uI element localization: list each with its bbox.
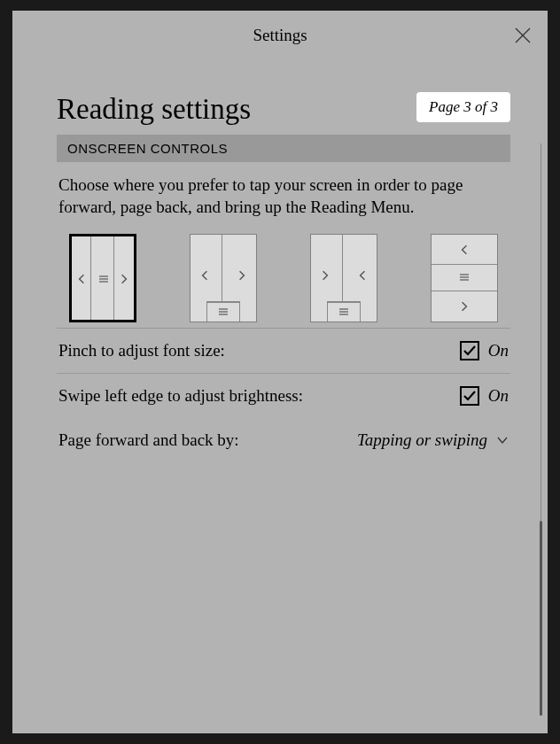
setting-swipe: Swipe left edge to adjust brightness: On [57,373,510,418]
layout-options [57,234,510,322]
menu-icon [459,272,470,283]
chevron-left-icon [76,274,87,284]
close-button[interactable] [514,27,532,44]
menu-icon [338,306,349,317]
chevron-left-icon [357,270,368,281]
toggle-swipe[interactable]: On [460,386,509,406]
chevron-down-icon [496,434,509,446]
layout-option-2[interactable] [190,234,257,322]
menu-icon [218,306,229,317]
toggle-pinch[interactable]: On [460,341,509,360]
scrollbar-thumb[interactable] [540,521,542,716]
layout-option-3[interactable] [310,234,377,322]
checkbox-icon [460,341,479,360]
chevron-right-icon [459,301,470,312]
toggle-state: On [488,386,509,406]
page-title: Reading settings [57,93,251,126]
scrollbar[interactable] [540,143,542,716]
page-forward-select[interactable]: Tapping or swiping [357,430,509,450]
modal-title: Settings [253,26,307,45]
select-value: Tapping or swiping [357,430,487,450]
toggle-state: On [488,341,509,360]
setting-label: Swipe left edge to adjust brightness: [58,386,303,406]
section-header: ONSCREEN CONTROLS [57,135,510,162]
chevron-right-icon [320,270,331,281]
page-indicator: Page 3 of 3 [416,92,510,122]
setting-pinch: Pinch to adjust font size: On [57,328,510,373]
setting-page-forward: Page forward and back by: Tapping or swi… [57,418,510,462]
content-area: Reading settings Page 3 of 3 ONSCREEN CO… [12,60,548,733]
settings-modal: Settings Reading settings Page 3 of 3 ON… [12,11,548,733]
section-description: Choose where you prefer to tap your scre… [57,174,510,218]
close-icon [514,27,532,44]
menu-icon [98,274,109,284]
setting-label: Pinch to adjust font size: [58,341,225,360]
chevron-left-icon [459,244,470,255]
setting-label: Page forward and back by: [58,430,239,450]
modal-header: Settings [12,11,548,60]
chevron-left-icon [199,270,210,281]
heading-row: Reading settings Page 3 of 3 [57,92,510,126]
layout-option-1[interactable] [69,234,136,322]
checkbox-icon [460,386,479,406]
layout-option-4[interactable] [431,234,498,322]
chevron-right-icon [237,270,247,281]
chevron-right-icon [119,274,129,284]
